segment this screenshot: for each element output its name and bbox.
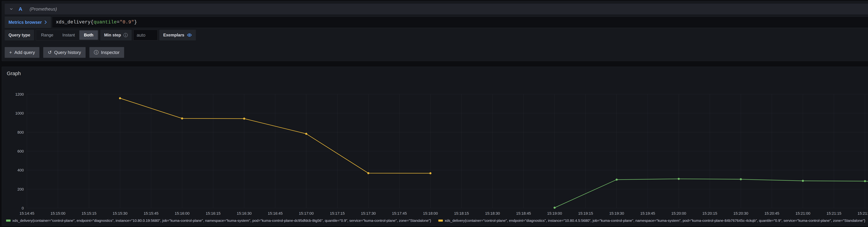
exemplars-eye-icon[interactable] (187, 32, 192, 38)
explore-page: A (Prometheus) (0, 0, 868, 227)
query-token: xds_delivery{ (56, 20, 94, 25)
info-icon[interactable]: ⓘ (123, 32, 128, 38)
min-step-label-chip: Min step ⓘ (100, 30, 132, 40)
svg-text:15:21:15: 15:21:15 (827, 211, 841, 216)
history-icon: ↺ (48, 50, 52, 55)
plus-icon: + (9, 50, 12, 55)
svg-text:15:16:45: 15:16:45 (268, 211, 283, 216)
svg-text:600: 600 (18, 149, 24, 154)
exemplars-label: Exemplars (163, 33, 184, 37)
svg-text:15:16:30: 15:16:30 (237, 211, 252, 216)
svg-text:15:19:15: 15:19:15 (578, 211, 593, 216)
svg-text:15:17:00: 15:17:00 (299, 211, 314, 216)
svg-text:15:20:00: 15:20:00 (671, 211, 686, 216)
svg-text:15:15:15: 15:15:15 (82, 211, 96, 216)
svg-text:400: 400 (18, 168, 24, 172)
svg-text:15:20:15: 15:20:15 (702, 211, 717, 216)
svg-text:15:14:45: 15:14:45 (20, 211, 34, 216)
svg-text:15:21:00: 15:21:00 (796, 211, 810, 216)
query-history-label: Query history (54, 50, 81, 55)
svg-text:15:15:30: 15:15:30 (113, 211, 128, 216)
datasource-label: (Prometheus) (30, 6, 57, 12)
legend-swatch (6, 220, 10, 222)
query-type-option-both[interactable]: Both (79, 30, 98, 40)
query-token: = (117, 20, 120, 25)
svg-text:15:20:45: 15:20:45 (764, 211, 779, 216)
min-step-input[interactable]: auto (133, 30, 158, 40)
query-options-row: Query type RangeInstantBoth Min step ⓘ a… (5, 30, 868, 40)
query-token: "0.9" (120, 20, 134, 25)
query-field-row: Metrics browser xds_delivery{quantile="0… (5, 17, 868, 28)
svg-text:15:18:30: 15:18:30 (485, 211, 500, 216)
query-type-option-instant[interactable]: Instant (58, 30, 79, 40)
query-row-header[interactable]: A (Prometheus) (5, 4, 868, 14)
svg-text:1000: 1000 (15, 111, 24, 116)
exemplars-chip: Exemplars (159, 30, 196, 40)
metrics-browser-button[interactable]: Metrics browser (5, 17, 51, 28)
svg-text:200: 200 (18, 187, 24, 191)
svg-text:15:19:30: 15:19:30 (609, 211, 624, 216)
svg-text:15:15:45: 15:15:45 (144, 211, 158, 216)
svg-text:15:17:15: 15:17:15 (330, 211, 345, 216)
query-editor-card: A (Prometheus) (2, 1, 868, 61)
graph-panel: Graph LinesBarsPointsStacked linesStacke… (2, 67, 868, 226)
svg-text:15:18:45: 15:18:45 (516, 211, 531, 216)
query-ref-id: A (19, 6, 22, 12)
svg-text:15:18:00: 15:18:00 (423, 211, 438, 216)
svg-text:15:17:30: 15:17:30 (361, 211, 376, 216)
query-expression-input[interactable]: xds_delivery{quantile="0.9"} (52, 17, 868, 28)
svg-text:15:16:00: 15:16:00 (175, 211, 190, 216)
panel-title: Graph (7, 71, 21, 76)
min-step-label: Min step (104, 33, 121, 37)
inspector-label: Inspector (101, 50, 120, 55)
legend-label: xds_delivery{container="control-plane", … (444, 219, 865, 223)
query-type-group: RangeInstantBoth (36, 30, 98, 40)
svg-text:15:21:30: 15:21:30 (858, 211, 868, 216)
svg-text:15:19:45: 15:19:45 (640, 211, 655, 216)
legend-label: xds_delivery{container="control-plane", … (12, 219, 431, 223)
svg-text:0: 0 (22, 206, 24, 210)
action-bar: + Add query ↺ Query history ⓘ Inspector (5, 47, 868, 58)
add-query-label: Add query (14, 50, 35, 55)
svg-text:15:17:45: 15:17:45 (392, 211, 407, 216)
svg-text:15:19:00: 15:19:00 (547, 211, 562, 216)
svg-text:1200: 1200 (15, 92, 24, 97)
graph-canvas[interactable]: 02004006008001000120015:14:4515:15:0015:… (2, 67, 868, 226)
chevron-right-icon (44, 20, 47, 24)
svg-text:15:15:00: 15:15:00 (51, 211, 65, 216)
query-token: } (134, 20, 137, 25)
svg-text:15:16:15: 15:16:15 (206, 211, 221, 216)
query-token: quantile (94, 20, 117, 25)
query-type-label: Query type (5, 30, 34, 40)
legend-swatch (438, 220, 443, 222)
query-type-option-range[interactable]: Range (36, 30, 58, 40)
add-query-button[interactable]: + Add query (5, 47, 39, 58)
query-history-button[interactable]: ↺ Query history (43, 47, 85, 58)
legend-item[interactable]: xds_delivery{container="control-plane", … (6, 219, 431, 223)
metrics-browser-label: Metrics browser (8, 20, 42, 25)
legend-item[interactable]: xds_delivery{container="control-plane", … (438, 219, 865, 223)
graph-legend: xds_delivery{container="control-plane", … (6, 217, 868, 225)
inspector-icon: ⓘ (94, 49, 99, 56)
svg-text:15:20:30: 15:20:30 (734, 211, 748, 216)
svg-text:800: 800 (18, 130, 24, 134)
chevron-down-icon[interactable] (9, 7, 13, 11)
svg-text:15:18:15: 15:18:15 (454, 211, 469, 216)
inspector-button[interactable]: ⓘ Inspector (89, 47, 124, 58)
